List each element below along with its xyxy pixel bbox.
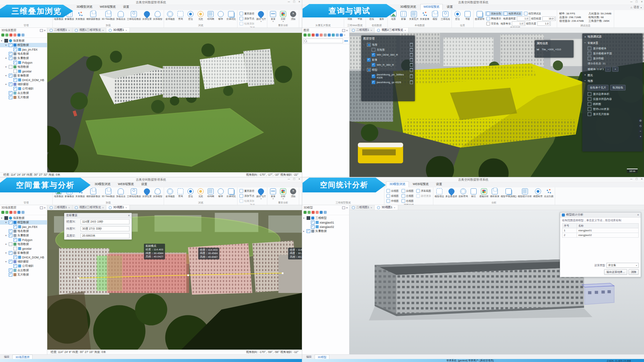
ribbon-button[interactable]: 模型统计分析 (518, 188, 532, 198)
delete-icon[interactable] (13, 34, 16, 37)
node-checkbox[interactable] (9, 56, 12, 60)
node-checkbox[interactable] (9, 242, 12, 246)
view-tab[interactable]: 二维视图1 × (47, 205, 72, 210)
inspector-checkbox-row[interactable]: 暂停LOD更新 (582, 107, 643, 112)
tree-node[interactable]: 倾斜摄影 (0, 259, 47, 264)
ribbon-small-button[interactable]: 添加节点 (238, 16, 255, 21)
maximize-button[interactable]: □ (636, 177, 637, 181)
expander-icon[interactable] (303, 217, 306, 220)
ribbon-button[interactable]: 清除▾ (288, 188, 298, 198)
close-button[interactable]: × (299, 0, 300, 3)
ribbon-button[interactable]: 矢量数据 ▾ (75, 11, 85, 20)
pick-tool-icon[interactable]: ◇ (638, 124, 643, 128)
ribbon-button[interactable]: 定位 (186, 11, 195, 20)
tree-node[interactable]: xiangjiao02 (302, 225, 349, 229)
tree-node[interactable]: 场景数据 (0, 216, 47, 220)
tree-node[interactable]: DHGX_DOM_HB (0, 255, 47, 259)
uncheck-all-icon[interactable] (324, 211, 327, 214)
ribbon-button[interactable]: 矢量要素 (420, 11, 430, 20)
ribbon-button[interactable]: 定位 (186, 188, 195, 198)
delete-icon[interactable] (320, 34, 323, 37)
node-checkbox[interactable] (9, 74, 12, 77)
ribbon-tab[interactable]: 3D模型浏览 (73, 4, 96, 10)
tree-node[interactable]: 瓦片数据 (0, 95, 47, 100)
tree-node[interactable]: 场景数据 (0, 39, 47, 43)
capture-button[interactable]: 路径漫游 (415, 194, 432, 198)
viewport-3d-overlay[interactable] (47, 33, 302, 172)
inspector-checkbox-row[interactable]: 仅显示所选内容 (582, 97, 643, 102)
panel-close-icon[interactable]: × (637, 213, 639, 217)
collapse-icon[interactable]: − (584, 79, 586, 83)
ribbon-button[interactable]: 体积量算 (490, 188, 500, 198)
tree-node[interactable]: Polygon (0, 60, 47, 65)
ribbon-button[interactable]: 3D Tiles数据 ▾ (101, 11, 115, 20)
expander-icon[interactable] (363, 44, 366, 46)
layer-checkbox[interactable] (372, 74, 375, 78)
expander-icon[interactable] (5, 221, 8, 224)
node-checkbox[interactable] (13, 247, 17, 250)
tab-close-icon[interactable]: × (394, 206, 395, 209)
node-checkbox[interactable] (13, 225, 17, 229)
delete-layer-icon[interactable] (410, 48, 413, 52)
tree-node[interactable]: 影像数据 (0, 73, 47, 78)
tree-node[interactable]: geostar (0, 69, 47, 73)
ribbon-button[interactable]: 模型平移(粗配) (500, 188, 517, 198)
view-tab[interactable]: 视图2三维球预览 × (375, 28, 409, 33)
expander-icon[interactable] (303, 230, 306, 233)
layer-checkbox[interactable] (367, 58, 371, 62)
ribbon-button[interactable]: 书签 (463, 11, 472, 20)
ribbon-button[interactable]: 光照 (196, 11, 205, 20)
check-all-icon[interactable] (17, 211, 20, 214)
unpick-button[interactable]: 取消拾取 (610, 85, 626, 90)
ribbon-button[interactable]: 经纬网 (206, 188, 215, 198)
node-checkbox[interactable] (9, 52, 12, 56)
ground-opacity-input[interactable]: 1.0▴▾ (517, 16, 530, 21)
layer-checkbox[interactable] (372, 63, 375, 67)
viewport-model-statistics[interactable]: 模型统计分析× 绘制范围选择模型，单击定义节点，双击结束绘制 序号名称 1xia… (350, 210, 644, 354)
table-row[interactable]: 1xiangjiao01 (562, 228, 639, 233)
tree-node[interactable]: 矢量数据 (302, 229, 349, 233)
ribbon-small-button[interactable]: 重置路径 (238, 189, 255, 193)
view-tab[interactable]: 二维视图1 × (350, 205, 375, 210)
inspector-checkbox-row[interactable]: 显示视锥体平面 (582, 51, 643, 56)
view-tab[interactable]: 二维视图1 × (350, 28, 375, 33)
close-button[interactable]: × (299, 177, 300, 181)
layer-node[interactable]: 无地形 (361, 47, 415, 52)
inspector-checkbox-row[interactable]: 显示瓦片坐标 (582, 112, 643, 117)
edit-icon[interactable] (340, 34, 343, 37)
expander-icon[interactable] (5, 66, 8, 68)
check-all-icon[interactable] (17, 34, 20, 37)
view-tab[interactable]: 二维视图1 × (47, 28, 72, 33)
tree-node[interactable]: jiao_jm.FBX (0, 47, 47, 52)
model-brightness-input[interactable]: 1.0▴▾ (537, 21, 551, 26)
float-panel-icon[interactable] (342, 206, 345, 209)
layer-node[interactable]: 地形 (361, 42, 415, 47)
ribbon-button[interactable]: 分析 ▾ (278, 11, 288, 22)
node-checkbox[interactable] (307, 216, 310, 220)
delete-layer-icon[interactable] (410, 53, 413, 57)
node-checkbox[interactable] (9, 43, 12, 47)
ribbon-tab[interactable]: 设置 (138, 181, 151, 187)
delete-layer-icon[interactable] (410, 68, 413, 72)
expander-icon[interactable] (5, 44, 8, 47)
ribbon-button-path-fly[interactable]: 路径飞行▾ (256, 188, 266, 200)
tree-node[interactable]: 影像数据 (0, 251, 47, 255)
add-layer-icon[interactable] (1, 34, 4, 37)
layer-node[interactable]: WH_DEM_360_R (361, 52, 415, 57)
expander-icon[interactable] (5, 260, 8, 263)
remove-layer-icon[interactable] (312, 211, 315, 214)
grid-display-toggle[interactable]: 网格显示 (485, 16, 502, 21)
expander-icon[interactable] (5, 83, 8, 86)
ribbon-button[interactable]: 通视分析 (479, 188, 489, 198)
ribbon-button[interactable]: 多边形选择 (445, 188, 458, 198)
background-color-button[interactable]: 背景色 (485, 21, 500, 26)
expander-icon[interactable] (363, 59, 366, 61)
layer-manager-button[interactable]: 图层管理 (475, 11, 485, 20)
tree-node[interactable]: 地形数据 (0, 242, 47, 246)
expander-icon[interactable] (363, 69, 366, 71)
layer-checkbox[interactable] (372, 48, 375, 52)
inspector-checkbox-row[interactable]: 显示视锥体 (582, 46, 643, 51)
checkbox[interactable] (588, 107, 591, 111)
layer-search-input[interactable] (303, 39, 343, 43)
tree-node[interactable]: Polygon (0, 238, 47, 242)
